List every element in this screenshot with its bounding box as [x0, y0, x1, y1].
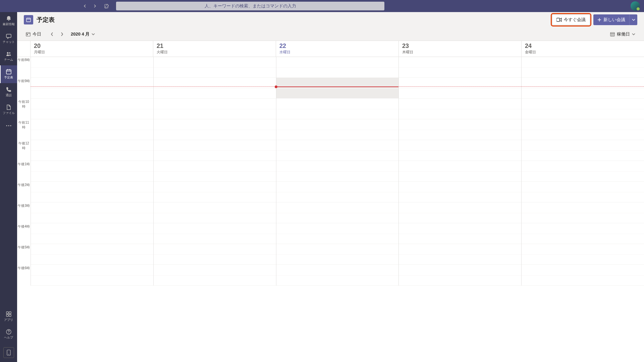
hour-cell[interactable]	[154, 182, 276, 202]
compose-icon[interactable]	[104, 3, 109, 9]
hour-cell[interactable]	[154, 265, 276, 286]
hour-cell[interactable]	[31, 265, 153, 286]
today-button[interactable]: 今日	[24, 30, 43, 39]
hour-cell[interactable]	[522, 99, 644, 119]
hour-cell[interactable]	[154, 57, 276, 78]
hour-cell[interactable]	[522, 223, 644, 244]
hour-cell[interactable]	[399, 244, 521, 265]
svg-rect-12	[9, 312, 11, 314]
nav-forward-button[interactable]	[91, 4, 99, 8]
topbar: 人、キーワードの検索、またはコマンドの入力	[0, 0, 644, 12]
hour-cell[interactable]	[399, 99, 521, 119]
hour-cell[interactable]	[399, 223, 521, 244]
hour-cell[interactable]	[31, 161, 153, 182]
hour-cell[interactable]	[154, 161, 276, 182]
day-column[interactable]	[276, 57, 399, 286]
hour-cell[interactable]	[522, 265, 644, 286]
day-column[interactable]	[31, 57, 153, 286]
sidebar-item-help[interactable]: ヘルプ	[0, 325, 17, 343]
hour-cell[interactable]	[154, 119, 276, 140]
day-column[interactable]	[521, 57, 644, 286]
sidebar-item-chat[interactable]: チャット	[0, 30, 17, 48]
hour-cell[interactable]	[399, 119, 521, 140]
hour-cell[interactable]	[399, 161, 521, 182]
time-label: 午後12時	[17, 140, 31, 161]
hour-cell[interactable]	[399, 57, 521, 78]
sidebar-item-calls[interactable]: 通話	[0, 83, 17, 101]
hour-cell[interactable]	[399, 140, 521, 161]
hour-cell[interactable]	[31, 202, 153, 223]
day-header[interactable]: 24金曜日	[522, 41, 644, 57]
hour-cell[interactable]	[276, 161, 399, 182]
hour-cell[interactable]	[522, 140, 644, 161]
sidebar-item-files[interactable]: ファイル	[0, 101, 17, 119]
hour-cell[interactable]	[276, 99, 399, 119]
today-label: 今日	[33, 31, 41, 37]
day-number: 21	[157, 43, 272, 49]
search-input[interactable]: 人、キーワードの検索、またはコマンドの入力	[116, 2, 384, 10]
view-selector[interactable]: 稼働日	[608, 30, 637, 39]
hour-cell[interactable]	[154, 78, 276, 99]
prev-period-button[interactable]	[48, 31, 56, 38]
hour-cell[interactable]	[399, 182, 521, 202]
hour-cell[interactable]	[522, 202, 644, 223]
hour-cell[interactable]	[276, 265, 399, 286]
hour-cell[interactable]	[399, 202, 521, 223]
hour-cell[interactable]	[522, 182, 644, 202]
hour-cell[interactable]	[31, 119, 153, 140]
nav-back-button[interactable]	[81, 4, 89, 8]
hour-cell[interactable]	[522, 119, 644, 140]
video-icon	[556, 18, 562, 22]
hour-cell[interactable]	[154, 99, 276, 119]
hour-cell[interactable]	[154, 140, 276, 161]
day-header[interactable]: 22水曜日	[276, 41, 399, 57]
hour-cell[interactable]	[31, 182, 153, 202]
hour-cell[interactable]	[31, 244, 153, 265]
hour-cell[interactable]	[276, 223, 399, 244]
calendar-grid: 20月曜日21火曜日22水曜日23木曜日24金曜日 午前8時午前9時午前10時午…	[17, 41, 644, 362]
sidebar-item-teams[interactable]: チーム	[0, 48, 17, 65]
hour-cell[interactable]	[276, 119, 399, 140]
hour-cell[interactable]	[276, 244, 399, 265]
meet-now-button[interactable]: 今すぐ会議	[552, 14, 590, 25]
hour-cell[interactable]	[276, 57, 399, 78]
hour-cell[interactable]	[276, 140, 399, 161]
hour-cell[interactable]	[154, 223, 276, 244]
hour-cell[interactable]	[522, 78, 644, 99]
day-header[interactable]: 23木曜日	[399, 41, 522, 57]
hour-cell[interactable]	[31, 78, 153, 99]
hour-cell[interactable]	[276, 182, 399, 202]
day-column[interactable]	[398, 57, 521, 286]
sidebar-item-label: チーム	[4, 58, 13, 62]
month-selector[interactable]: 2020 4 月	[71, 31, 95, 37]
hour-cell[interactable]	[522, 57, 644, 78]
day-column[interactable]	[153, 57, 276, 286]
sidebar-item-apps[interactable]: アプリ	[0, 308, 17, 325]
hour-cell[interactable]	[31, 57, 153, 78]
hour-cell[interactable]	[522, 161, 644, 182]
sidebar-item-calendar[interactable]: 予定表	[0, 65, 17, 83]
new-meeting-button[interactable]: 新しい会議	[593, 14, 629, 25]
hour-cell[interactable]	[31, 99, 153, 119]
sidebar-more-button[interactable]	[0, 119, 17, 133]
file-icon	[6, 104, 12, 110]
avatar[interactable]	[631, 1, 640, 11]
svg-point-18	[8, 354, 9, 355]
hour-cell[interactable]	[399, 265, 521, 286]
sidebar-item-activity[interactable]: 最新情報	[0, 12, 17, 30]
hour-cell[interactable]	[31, 140, 153, 161]
hour-cell[interactable]	[399, 78, 521, 99]
next-period-button[interactable]	[58, 31, 66, 38]
new-meeting-dropdown[interactable]	[629, 14, 637, 25]
hour-cell[interactable]	[31, 223, 153, 244]
hour-cell[interactable]	[276, 78, 399, 99]
time-label: 午後1時	[17, 161, 31, 182]
hour-cell[interactable]	[154, 244, 276, 265]
hour-cell[interactable]	[154, 202, 276, 223]
view-label: 稼働日	[617, 31, 630, 37]
hour-cell[interactable]	[522, 244, 644, 265]
hour-cell[interactable]	[276, 202, 399, 223]
sidebar-mobile-button[interactable]	[2, 345, 15, 360]
day-header[interactable]: 20月曜日	[31, 41, 153, 57]
day-header[interactable]: 21火曜日	[153, 41, 276, 57]
